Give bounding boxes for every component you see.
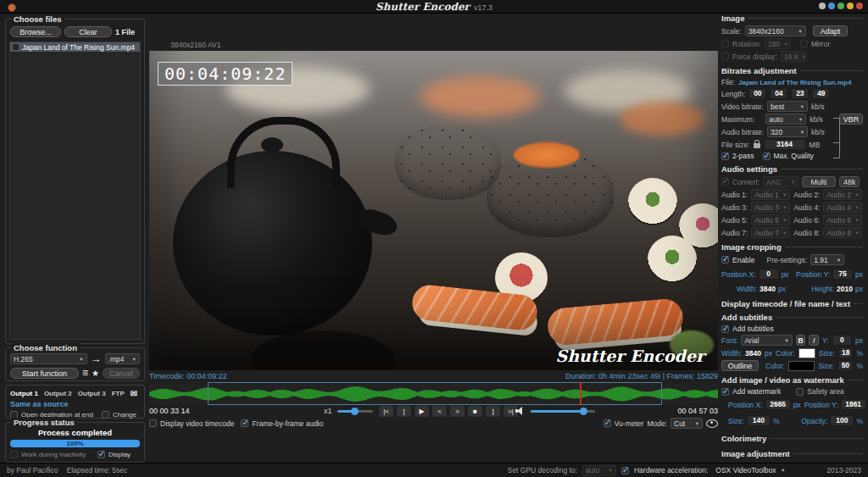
update-icon[interactable]	[837, 3, 844, 9]
audio8-select[interactable]: Audio 8	[823, 227, 862, 238]
subtitle-y-value[interactable]: 0	[832, 335, 852, 346]
audio6-select[interactable]: Audio 6	[823, 214, 862, 225]
wm-size-value[interactable]: 140	[747, 415, 771, 426]
length-hours[interactable]: 00	[748, 88, 766, 99]
font-select[interactable]: Arial	[741, 335, 792, 346]
crop-posy-value[interactable]: 75	[832, 269, 853, 280]
rotation-checkbox[interactable]	[721, 40, 729, 47]
tab-ftp[interactable]: FTP	[112, 390, 125, 397]
presettings-select[interactable]: 1.91	[810, 254, 844, 265]
safety-area-checkbox[interactable]	[796, 388, 804, 396]
waveform-selection[interactable]	[208, 382, 662, 405]
force-display-select[interactable]: 16:9	[781, 51, 806, 62]
audio2-select[interactable]: Audio 2	[823, 189, 862, 200]
donate-icon[interactable]	[847, 3, 854, 9]
step-back-button[interactable]: <	[431, 405, 448, 418]
vbr-button[interactable]: VBR	[839, 114, 863, 125]
hardware-acceleration-select[interactable]: OSX VideoToolbox	[713, 465, 787, 476]
audio-waveform[interactable]	[149, 384, 718, 404]
destination-link[interactable]: Same as source	[10, 400, 69, 408]
clear-button[interactable]: Clear	[64, 26, 112, 37]
speaker-icon[interactable]	[515, 407, 525, 415]
length-frames[interactable]: 49	[812, 88, 830, 99]
audio-bitrate-select[interactable]: 320	[767, 126, 808, 137]
wm-posx-value[interactable]: 2665	[765, 399, 791, 410]
info-icon[interactable]	[828, 3, 835, 9]
wm-opacity-value[interactable]: 100	[830, 415, 854, 426]
settings-icon[interactable]	[819, 3, 826, 9]
gpu-decoding-select[interactable]: auto	[582, 465, 616, 476]
two-pass-checkbox[interactable]	[721, 153, 729, 160]
container-select[interactable]: .mp4	[105, 353, 140, 364]
change-checkbox[interactable]	[102, 411, 109, 419]
wm-posy-value[interactable]: 1861	[841, 399, 866, 410]
display-video-timecode-checkbox[interactable]	[149, 419, 157, 427]
set-in-button[interactable]: [	[396, 405, 412, 418]
convert-codec-select[interactable]: AAC	[763, 176, 798, 187]
scale-select[interactable]: 3840x2160	[745, 25, 806, 36]
video-preview[interactable]: 00:04:09:22 Shutter Encoder	[149, 51, 718, 370]
outline-size-value[interactable]: 50	[837, 360, 853, 371]
crop-enable-checkbox[interactable]	[721, 256, 729, 263]
audio7-select[interactable]: Audio 7	[751, 227, 790, 238]
italic-button[interactable]: I	[809, 335, 819, 346]
window-close-button[interactable]	[8, 3, 16, 12]
hardware-acceleration-checkbox[interactable]	[621, 467, 629, 474]
eye-icon[interactable]	[706, 419, 718, 428]
maximum-select[interactable]: auto	[765, 114, 806, 125]
bold-button[interactable]: B	[796, 335, 806, 346]
audio5-select[interactable]: Audio 5	[751, 214, 790, 225]
play-button[interactable]: ▶	[414, 405, 430, 418]
outline-button[interactable]: Outline	[721, 360, 759, 371]
cancel-button[interactable]: Cancel	[103, 368, 140, 379]
file-list[interactable]: Japan Land of The Rising Sun.mp4	[9, 42, 141, 340]
add-subtitles-checkbox[interactable]	[721, 325, 729, 333]
multi-button[interactable]: Multi	[802, 176, 836, 187]
filesize-value[interactable]: 3164	[764, 139, 806, 150]
rotation-select[interactable]: 180	[765, 38, 790, 49]
frame-by-frame-checkbox[interactable]	[241, 419, 248, 427]
add-watermark-checkbox[interactable]	[721, 388, 729, 396]
force-display-checkbox[interactable]	[721, 53, 729, 60]
browse-button[interactable]: Browse...	[10, 26, 61, 37]
lock-icon[interactable]	[754, 143, 760, 148]
image-adjustment-section-header[interactable]: Image adjustment	[721, 449, 863, 458]
audio4-select[interactable]: Audio 4	[823, 202, 862, 213]
quit-icon[interactable]	[856, 3, 863, 9]
audio1-select[interactable]: Audio 1	[751, 189, 790, 200]
file-checkbox[interactable]	[12, 43, 19, 51]
subtitle-color-swatch[interactable]	[798, 348, 815, 358]
codec-select[interactable]: H.265	[10, 353, 87, 364]
volume-slider[interactable]	[531, 410, 595, 413]
audio3-select[interactable]: Audio 3	[751, 202, 790, 213]
stop-button[interactable]: ■	[467, 405, 483, 418]
samplerate-button[interactable]: 48k	[839, 176, 860, 187]
length-minutes[interactable]: 04	[770, 88, 787, 99]
subtitle-size-value[interactable]: 18	[838, 347, 853, 358]
step-forward-button[interactable]: >	[449, 405, 465, 418]
display-checkbox[interactable]	[97, 451, 105, 458]
length-seconds[interactable]: 23	[791, 88, 809, 99]
convert-checkbox[interactable]	[721, 178, 729, 186]
adapt-button[interactable]: Adapt	[813, 25, 849, 36]
start-function-button[interactable]: Start function	[10, 368, 79, 379]
max-quality-checkbox[interactable]	[763, 153, 771, 160]
text-section-header[interactable]: Display timecode / file name / text	[721, 299, 863, 308]
colorimetry-section-header[interactable]: Colorimetry	[721, 434, 863, 443]
tab-output-3[interactable]: Output 3	[78, 390, 106, 397]
file-list-item[interactable]: Japan Land of The Rising Sun.mp4	[10, 42, 140, 52]
mirror-checkbox[interactable]	[800, 40, 808, 47]
playhead[interactable]	[580, 382, 581, 405]
set-out-button[interactable]: ]	[485, 405, 501, 418]
mail-icon[interactable]: ✉	[131, 389, 137, 398]
vu-meter-checkbox[interactable]	[604, 419, 611, 427]
video-bitrate-select[interactable]: best	[767, 101, 808, 112]
work-inactivity-checkbox[interactable]	[10, 451, 18, 458]
speed-slider[interactable]	[337, 410, 373, 413]
favorite-icon[interactable]: ★	[92, 369, 99, 378]
tab-output-2[interactable]: Output 2	[44, 390, 72, 397]
outline-color-swatch[interactable]	[788, 361, 815, 371]
mode-select[interactable]: Cut	[670, 418, 703, 429]
menu-icon[interactable]: ≡	[82, 369, 88, 377]
tab-output-1[interactable]: Output 1	[10, 390, 38, 397]
